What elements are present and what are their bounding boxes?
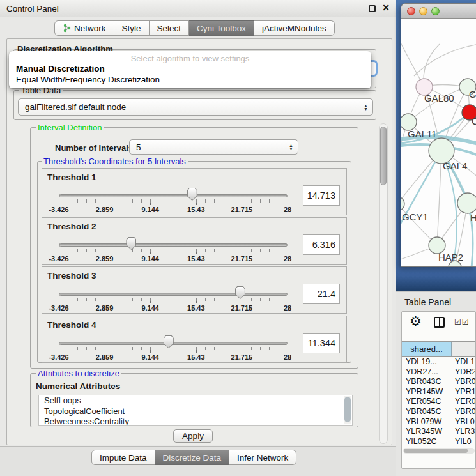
- table-horizontal-scrollbar[interactable]: [403, 448, 475, 454]
- numerical-attributes-list[interactable]: SelfLoops TopologicalCoefficient Between…: [38, 395, 353, 426]
- slider-scale-labels: -3.4262.8599.14415.4321.71528: [59, 206, 288, 213]
- list-item[interactable]: SelfLoops: [39, 395, 352, 406]
- table-row[interactable]: YLR345WYLR3: [402, 427, 476, 437]
- application-window: Control Panel ✕ Network Style Select Cyn…: [0, 0, 476, 476]
- node-gal4: [429, 138, 454, 164]
- node-label: GAL4: [443, 160, 467, 171]
- table-row[interactable]: YDL19...YDL1: [402, 357, 476, 367]
- stepper-icon: ▲▼: [364, 104, 368, 111]
- table-row[interactable]: YER054CYER0: [402, 397, 476, 407]
- threshold-4-label: Threshold 4: [47, 320, 96, 330]
- control-panel-titlebar: Control Panel ✕: [0, 0, 396, 17]
- cyni-toolbox-panel: Discretization Algorithm Select algorith…: [6, 38, 392, 445]
- threshold-3-slider-thumb[interactable]: [235, 286, 245, 299]
- dropdown-option-manual-discretization[interactable]: Manual Discretization: [16, 64, 105, 73]
- threshold-3-label: Threshold 3: [47, 271, 96, 280]
- network-icon: [63, 24, 71, 33]
- cyni-mode-tabs: Impute Data Discretize Data Infer Networ…: [91, 450, 296, 465]
- list-vertical-scrollbar[interactable]: [344, 396, 351, 424]
- threshold-1-box: Threshold 1 -3.4262.8599.14415.4321.7152…: [42, 168, 347, 215]
- float-window-icon[interactable]: [369, 5, 376, 12]
- interval-definition-title: Interval Definition: [36, 123, 104, 132]
- table-panel-body: ⚙ ☑☑ shared... n YDL19...YDL1 YDR27...YD…: [401, 311, 476, 469]
- network-window-titlebar[interactable]: [401, 4, 476, 19]
- tab-style[interactable]: Style: [114, 20, 150, 36]
- node-label: HAP2: [438, 252, 463, 263]
- table-row[interactable]: YBR043CYBR0: [402, 377, 476, 387]
- thresholds-group: Threshold's Coordinates for 5 Intervals …: [37, 161, 351, 363]
- attributes-group: Attributes to discretize Numerical Attri…: [30, 373, 358, 427]
- slider-scale-labels: -3.4262.8599.14415.4321.71528: [59, 304, 288, 312]
- table-row[interactable]: YBL079WYBL0: [402, 417, 476, 427]
- numerical-attributes-label: Numerical Attributes: [36, 381, 120, 391]
- network-view-window[interactable]: GAL80 G C GAL11 GAL4 GCY1 H HAP2: [401, 3, 476, 267]
- dropdown-option-equal-width-frequency[interactable]: Equal Width/Frequency Discretization: [16, 75, 160, 84]
- window-minimize-button[interactable]: [419, 7, 427, 15]
- slider-scale-labels: -3.4262.8599.14415.4321.71528: [59, 255, 288, 263]
- threshold-3-box: Threshold 3 -3.4262.8599.14415.4321.7152…: [42, 266, 347, 314]
- tab-discretize-data[interactable]: Discretize Data: [155, 450, 230, 465]
- split-columns-icon[interactable]: [434, 317, 445, 328]
- number-of-intervals-value: 5: [130, 142, 289, 152]
- number-of-intervals-combobox[interactable]: 5 ▲▼: [129, 139, 298, 155]
- threshold-2-value-field[interactable]: 6.316: [303, 234, 340, 255]
- table-row[interactable]: YDR27...YDR2: [402, 367, 476, 378]
- threshold-1-slider-thumb[interactable]: [187, 188, 197, 201]
- tab-infer-network[interactable]: Infer Network: [229, 450, 296, 465]
- tab-select[interactable]: Select: [150, 20, 190, 36]
- dropdown-placeholder-option[interactable]: Select algorithm to view settings: [9, 54, 371, 63]
- node-gcy1: [401, 197, 404, 211]
- tab-network[interactable]: Network: [54, 20, 114, 36]
- close-icon[interactable]: ✕: [382, 3, 390, 13]
- table-panel: Table Panel ⚙ ☑☑ shared... n YDL19...YDL…: [396, 291, 476, 476]
- table-row[interactable]: YIL052CYIL0: [402, 437, 476, 447]
- interval-definition-group: Interval Definition Number of Intervals …: [30, 127, 358, 369]
- node-label: GAL80: [424, 93, 454, 104]
- threshold-2-label: Threshold 2: [47, 222, 96, 231]
- column-header-shared-name[interactable]: shared...: [402, 342, 452, 356]
- tab-impute-data[interactable]: Impute Data: [91, 450, 155, 465]
- panel-vertical-scrollbar[interactable]: [379, 123, 388, 444]
- node-label: C: [472, 116, 476, 127]
- table-row[interactable]: YPR145WYPR1: [402, 387, 476, 397]
- threshold-3-value-field[interactable]: 21.4: [303, 284, 340, 304]
- threshold-2-slider-thumb[interactable]: [126, 237, 136, 250]
- node-label: GCY1: [402, 211, 428, 222]
- control-panel-tabs: Network Style Select Cyni Toolbox jActiv…: [54, 20, 335, 36]
- threshold-4-slider-thumb[interactable]: [164, 335, 174, 348]
- tab-cyni-toolbox[interactable]: Cyni Toolbox: [189, 20, 254, 36]
- apply-button[interactable]: Apply: [173, 429, 213, 443]
- threshold-4-box: Threshold 4 -3.4262.8599.14415.4321.7152…: [42, 316, 347, 363]
- table-data-selected-value: galFiltered.sif default node: [19, 102, 364, 112]
- threshold-4-value-field[interactable]: 11.344: [303, 333, 340, 353]
- tab-jactivemnodules[interactable]: jActiveMNodules: [254, 20, 335, 36]
- thresholds-group-title: Threshold's Coordinates for 5 Intervals: [42, 157, 188, 166]
- network-canvas[interactable]: GAL80 G C GAL11 GAL4 GCY1 H HAP2: [401, 19, 476, 267]
- list-item[interactable]: TopologicalCoefficient: [39, 406, 352, 417]
- network-graph: GAL80 G C GAL11 GAL4 GCY1 H HAP2: [401, 19, 476, 267]
- threshold-1-label: Threshold 1: [47, 173, 96, 182]
- table-rows: YDL19...YDL1 YDR27...YDR2 YBR043CYBR0 YP…: [402, 357, 476, 447]
- number-of-intervals-label: Number of Intervals: [55, 143, 133, 153]
- column-header-name[interactable]: n: [452, 342, 476, 356]
- node-label: G: [469, 89, 476, 100]
- checkbox-icons[interactable]: ☑☑: [454, 318, 470, 326]
- table-header-row: shared... n: [402, 341, 476, 357]
- window-zoom-button[interactable]: [431, 7, 440, 15]
- scrollbar-thumb[interactable]: [344, 397, 351, 422]
- algorithm-dropdown-popup: Select algorithm to view settings Manual…: [9, 51, 371, 88]
- table-data-combobox[interactable]: galFiltered.sif default node ▲▼: [18, 98, 373, 116]
- scrollbar-thumb[interactable]: [404, 449, 468, 453]
- node-label: GAL11: [408, 128, 437, 139]
- list-item[interactable]: BetweennessCentrality: [39, 417, 352, 426]
- table-panel-title: Table Panel: [404, 297, 451, 307]
- scrollbar-thumb[interactable]: [380, 127, 387, 185]
- gear-icon[interactable]: ⚙: [410, 314, 422, 329]
- slider-scale-labels: -3.4262.8599.14415.4321.71528: [59, 353, 288, 361]
- threshold-1-value-field[interactable]: 14.713: [303, 185, 340, 206]
- panel-title: Control Panel: [6, 4, 59, 13]
- window-close-button[interactable]: [407, 7, 415, 15]
- stepper-icon: ▲▼: [289, 144, 293, 150]
- table-row[interactable]: YBR045CYBR0: [402, 407, 476, 417]
- node-label: H: [470, 212, 476, 223]
